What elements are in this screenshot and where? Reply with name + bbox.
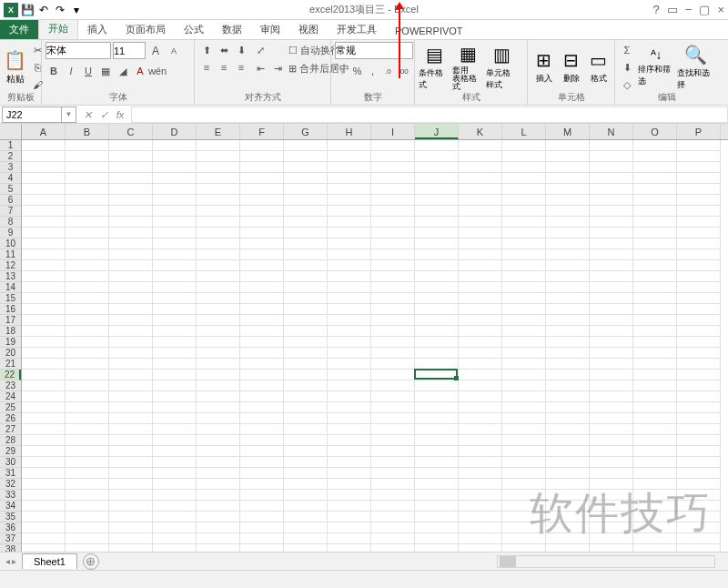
cell[interactable]	[328, 337, 371, 348]
comma-icon[interactable]: ，	[366, 63, 380, 79]
cell[interactable]	[22, 370, 66, 380]
cell[interactable]	[153, 282, 197, 293]
cell[interactable]	[415, 173, 459, 184]
row-header[interactable]: 2	[0, 151, 21, 162]
cell[interactable]	[22, 348, 66, 359]
cell[interactable]	[502, 206, 546, 217]
cell[interactable]	[502, 370, 546, 380]
cell[interactable]	[66, 479, 109, 490]
row-header[interactable]: 24	[0, 391, 21, 402]
cell[interactable]	[459, 260, 502, 271]
cell[interactable]	[415, 424, 459, 435]
cell[interactable]	[633, 490, 677, 501]
cell[interactable]	[197, 424, 240, 435]
cell[interactable]	[284, 413, 328, 424]
cell[interactable]	[22, 228, 66, 238]
cell[interactable]	[415, 326, 459, 337]
cell[interactable]	[677, 228, 721, 238]
cell[interactable]	[459, 162, 502, 173]
cell[interactable]	[240, 370, 284, 380]
cell[interactable]	[415, 271, 459, 282]
cell[interactable]	[546, 501, 590, 512]
cell[interactable]	[66, 162, 109, 173]
cell[interactable]	[633, 140, 677, 151]
cell[interactable]	[197, 173, 240, 184]
dec-decimal-icon[interactable]: .00	[396, 63, 410, 79]
cell[interactable]	[371, 501, 415, 512]
cell[interactable]	[153, 479, 197, 490]
cell[interactable]	[546, 162, 590, 173]
cell[interactable]	[197, 315, 240, 326]
cell[interactable]	[546, 359, 590, 370]
cell[interactable]	[502, 424, 546, 435]
cell[interactable]	[590, 151, 633, 162]
add-sheet-button[interactable]: ⊕	[83, 553, 99, 570]
cell[interactable]	[240, 413, 284, 424]
cell[interactable]	[415, 391, 459, 402]
cell[interactable]	[590, 206, 633, 217]
cell[interactable]	[633, 446, 677, 457]
cell[interactable]	[677, 533, 721, 544]
cell[interactable]	[240, 140, 284, 151]
cell[interactable]	[546, 337, 590, 348]
cell[interactable]	[284, 326, 328, 337]
cell[interactable]	[371, 195, 415, 206]
cell[interactable]	[459, 468, 502, 479]
cell[interactable]	[328, 512, 371, 522]
cell[interactable]	[153, 249, 197, 260]
cell[interactable]	[22, 162, 66, 173]
cell[interactable]	[371, 260, 415, 271]
cell[interactable]	[240, 293, 284, 304]
cell[interactable]	[677, 282, 721, 293]
cell[interactable]	[459, 424, 502, 435]
cell[interactable]	[459, 402, 502, 413]
cell[interactable]	[677, 326, 721, 337]
cell[interactable]	[415, 337, 459, 348]
cell[interactable]	[677, 501, 721, 512]
cell[interactable]	[22, 140, 66, 151]
row-header[interactable]: 19	[0, 337, 21, 348]
cell[interactable]	[371, 446, 415, 457]
cell[interactable]	[240, 457, 284, 468]
cell[interactable]	[546, 326, 590, 337]
cell[interactable]	[415, 151, 459, 162]
cell[interactable]	[415, 446, 459, 457]
cell[interactable]	[590, 315, 633, 326]
cell[interactable]	[633, 391, 677, 402]
cell[interactable]	[197, 501, 240, 512]
cell[interactable]	[459, 348, 502, 359]
cell[interactable]	[415, 359, 459, 370]
cell[interactable]	[415, 238, 459, 249]
formula-bar[interactable]	[131, 106, 728, 123]
cell[interactable]	[240, 151, 284, 162]
cell[interactable]	[590, 282, 633, 293]
save-icon[interactable]: 💾	[20, 3, 35, 17]
cell[interactable]	[66, 490, 109, 501]
cell[interactable]	[328, 446, 371, 457]
cell[interactable]	[153, 380, 197, 391]
tab-pagelayout[interactable]: 页面布局	[116, 20, 175, 39]
cell[interactable]	[328, 249, 371, 260]
cell[interactable]	[546, 391, 590, 402]
cell[interactable]	[415, 293, 459, 304]
cell[interactable]	[546, 206, 590, 217]
cell[interactable]	[22, 435, 66, 446]
cell[interactable]	[284, 238, 328, 249]
cell[interactable]	[546, 151, 590, 162]
cell[interactable]	[153, 173, 197, 184]
cell[interactable]	[109, 402, 153, 413]
column-header[interactable]: I	[371, 124, 415, 139]
cell[interactable]	[371, 348, 415, 359]
cell[interactable]	[371, 413, 415, 424]
cell[interactable]	[197, 370, 240, 380]
delete-cells-button[interactable]: ⊟删除	[559, 42, 583, 92]
cell[interactable]	[109, 370, 153, 380]
cell[interactable]	[22, 533, 66, 544]
cell[interactable]	[328, 348, 371, 359]
cell[interactable]	[546, 217, 590, 228]
cell[interactable]	[22, 282, 66, 293]
cell[interactable]	[240, 228, 284, 238]
cell[interactable]	[109, 512, 153, 522]
cell[interactable]	[371, 162, 415, 173]
cell[interactable]	[371, 151, 415, 162]
